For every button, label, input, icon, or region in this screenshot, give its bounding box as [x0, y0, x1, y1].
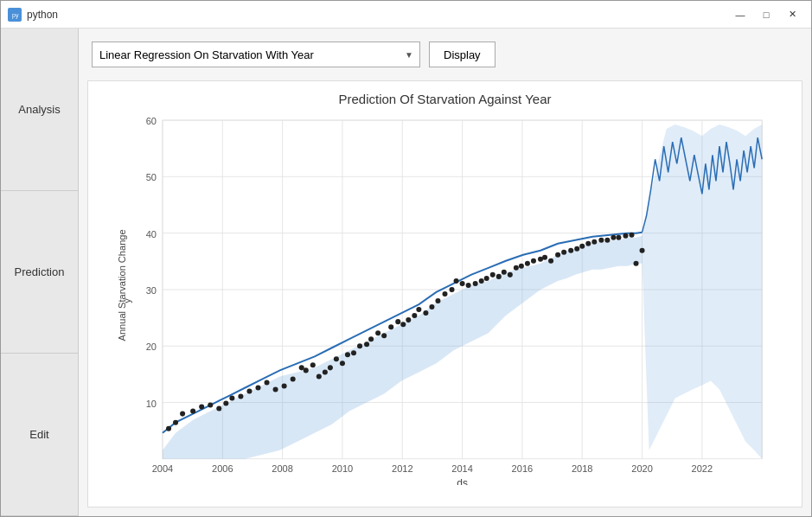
svg-point-32	[246, 388, 252, 393]
svg-point-43	[328, 365, 333, 370]
main-content: Analysis Prediction Edit Linear Regressi…	[1, 29, 811, 516]
app-icon: py	[8, 8, 22, 22]
svg-point-52	[381, 333, 387, 338]
svg-point-26	[199, 405, 204, 410]
svg-point-74	[514, 265, 519, 271]
sidebar-item-edit[interactable]: Edit	[1, 354, 78, 516]
svg-point-23	[173, 420, 178, 425]
svg-point-75	[519, 264, 524, 269]
svg-point-22	[166, 426, 171, 431]
svg-text:ds: ds	[457, 477, 468, 485]
svg-point-66	[466, 283, 471, 288]
svg-text:2016: 2016	[512, 463, 534, 474]
svg-point-42	[323, 369, 328, 374]
svg-text:50: 50	[146, 172, 157, 182]
svg-point-88	[598, 238, 604, 243]
title-bar-left: py python	[8, 8, 58, 22]
svg-text:2022: 2022	[692, 463, 713, 474]
svg-point-39	[304, 367, 309, 373]
minimize-button[interactable]: —	[728, 6, 752, 23]
window-controls: — □ ✕	[728, 6, 804, 23]
svg-text:2006: 2006	[212, 463, 233, 474]
close-button[interactable]: ✕	[780, 6, 804, 23]
svg-point-68	[479, 278, 484, 284]
svg-point-70	[490, 272, 496, 278]
toolbar: Linear Regression On Starvation With Yea…	[87, 37, 802, 72]
svg-text:2004: 2004	[152, 463, 174, 474]
svg-point-33	[255, 385, 260, 390]
svg-point-84	[574, 246, 579, 252]
svg-point-36	[282, 383, 287, 388]
title-bar: py python — □ ✕	[1, 1, 811, 29]
svg-point-91	[616, 235, 621, 240]
maximize-button[interactable]: □	[754, 6, 778, 23]
svg-text:py: py	[12, 12, 19, 19]
svg-point-44	[334, 356, 339, 361]
svg-point-67	[473, 281, 478, 286]
svg-point-77	[531, 258, 536, 264]
svg-text:20: 20	[146, 341, 157, 352]
svg-point-79	[542, 255, 547, 260]
svg-point-29	[223, 401, 228, 406]
sidebar-item-prediction[interactable]: Prediction	[1, 191, 78, 354]
content-area: Linear Regression On Starvation With Yea…	[79, 29, 811, 516]
svg-point-73	[508, 272, 513, 278]
svg-point-93	[629, 233, 634, 238]
svg-text:2010: 2010	[332, 463, 354, 474]
svg-point-51	[375, 330, 380, 335]
svg-text:2020: 2020	[631, 463, 653, 474]
svg-point-86	[585, 241, 591, 246]
chart-container: Prediction Of Starvation Against Year	[87, 80, 802, 507]
svg-point-65	[460, 281, 465, 286]
svg-point-55	[400, 322, 406, 327]
svg-point-47	[351, 350, 356, 355]
window-title: python	[27, 9, 58, 21]
svg-point-46	[345, 352, 350, 357]
svg-point-64	[454, 278, 459, 284]
svg-point-90	[611, 235, 616, 240]
main-window: py python — □ ✕ Analysis Prediction Edit…	[0, 0, 812, 517]
svg-text:Annual Starvation Change: Annual Starvation Change	[117, 229, 127, 341]
svg-point-81	[555, 252, 560, 258]
svg-point-49	[364, 341, 369, 347]
svg-point-63	[450, 287, 455, 292]
svg-text:2008: 2008	[272, 463, 293, 474]
svg-point-89	[604, 238, 610, 243]
svg-point-50	[368, 336, 374, 341]
svg-point-69	[484, 276, 489, 281]
svg-point-31	[238, 394, 243, 399]
svg-point-59	[423, 310, 428, 316]
svg-point-41	[316, 373, 322, 379]
svg-point-40	[310, 362, 316, 367]
svg-point-45	[340, 361, 345, 366]
svg-point-61	[435, 298, 440, 303]
svg-text:30: 30	[146, 285, 157, 296]
display-button[interactable]: Display	[429, 41, 496, 67]
svg-point-34	[265, 380, 270, 385]
svg-point-27	[208, 403, 213, 408]
svg-point-56	[406, 317, 411, 322]
svg-text:10: 10	[146, 399, 157, 409]
svg-point-35	[273, 386, 278, 392]
svg-text:40: 40	[146, 229, 157, 239]
svg-point-48	[357, 343, 362, 348]
svg-text:2012: 2012	[392, 463, 413, 474]
svg-point-57	[412, 313, 417, 318]
svg-text:2014: 2014	[451, 463, 473, 474]
svg-text:60: 60	[146, 116, 157, 126]
svg-point-71	[496, 274, 502, 279]
chart-title: Prediction Of Starvation Against Year	[88, 81, 802, 112]
sidebar-item-analysis[interactable]: Analysis	[1, 29, 78, 191]
svg-text:2018: 2018	[572, 463, 593, 474]
svg-point-94	[634, 261, 639, 266]
svg-point-80	[548, 258, 553, 264]
chart-area: 10 20 30 40 50 60 2004 2006 2008 2010 20…	[97, 112, 793, 485]
svg-point-95	[640, 248, 645, 253]
chart-type-select[interactable]: Linear Regression On Starvation With Yea…	[92, 41, 420, 67]
svg-point-72	[502, 270, 507, 275]
chart-svg: 10 20 30 40 50 60 2004 2006 2008 2010 20…	[97, 112, 793, 485]
svg-point-92	[623, 233, 628, 239]
svg-point-54	[395, 319, 400, 324]
svg-point-87	[591, 239, 597, 245]
svg-point-60	[429, 304, 434, 310]
